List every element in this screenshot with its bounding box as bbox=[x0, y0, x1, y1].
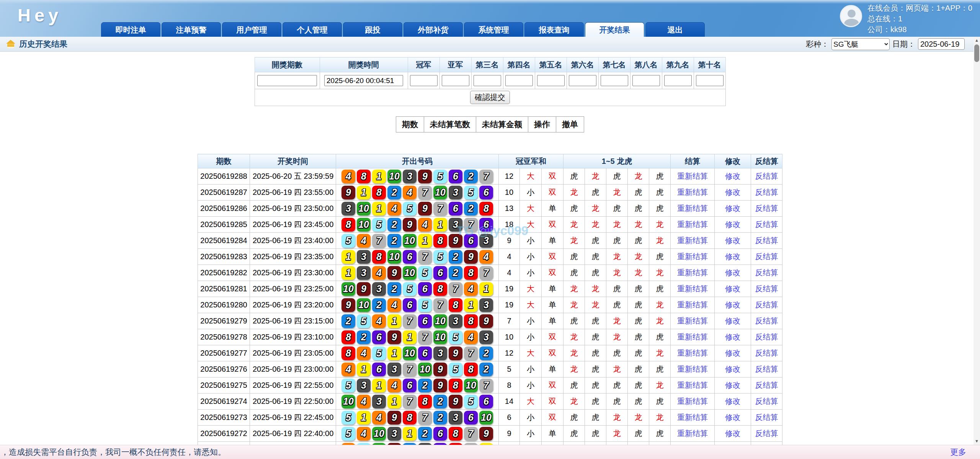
form-rank-input-10[interactable] bbox=[696, 75, 724, 86]
settle-link[interactable]: 重新结算 bbox=[677, 220, 708, 229]
settle-link[interactable]: 重新结算 bbox=[677, 236, 708, 245]
modify-link[interactable]: 修改 bbox=[725, 268, 740, 277]
nav-tab[interactable]: 报表查询 bbox=[524, 22, 584, 37]
modify-link[interactable]: 修改 bbox=[725, 413, 740, 421]
modify-link[interactable]: 修改 bbox=[725, 301, 740, 309]
size-cell: 小 bbox=[519, 233, 541, 249]
reverse-link[interactable]: 反结算 bbox=[755, 220, 778, 229]
reverse-link[interactable]: 反结算 bbox=[755, 172, 778, 180]
nav-tab[interactable]: 退出 bbox=[645, 22, 705, 37]
modify-link[interactable]: 修改 bbox=[725, 381, 740, 389]
scrollbar-thumb[interactable] bbox=[974, 44, 979, 62]
form-period-input[interactable] bbox=[257, 75, 317, 86]
reverse-link[interactable]: 反结算 bbox=[755, 397, 778, 405]
modify-link[interactable]: 修改 bbox=[725, 204, 740, 212]
form-time-input-cell bbox=[320, 72, 408, 89]
reverse-link[interactable]: 反结算 bbox=[755, 349, 778, 357]
size-cell: 小 bbox=[519, 249, 541, 265]
nav-tab[interactable]: 注单预警 bbox=[162, 22, 221, 37]
settle-link[interactable]: 重新结算 bbox=[677, 413, 708, 421]
settle-link[interactable]: 重新结算 bbox=[677, 349, 708, 357]
modify-link[interactable]: 修改 bbox=[725, 284, 740, 293]
reverse-link[interactable]: 反结算 bbox=[755, 301, 778, 309]
result-row: 202506192802025-06-19 四 23:20:0091024657… bbox=[198, 297, 782, 313]
settle-link[interactable]: 重新结算 bbox=[677, 317, 708, 325]
number-ball: 4 bbox=[464, 282, 478, 296]
vertical-scrollbar[interactable]: ▲ ▼ bbox=[973, 37, 980, 445]
modify-link[interactable]: 修改 bbox=[725, 220, 740, 229]
form-rank-input-2[interactable] bbox=[442, 75, 469, 86]
modify-link[interactable]: 修改 bbox=[725, 236, 740, 245]
nav-tab[interactable]: 跟投 bbox=[343, 22, 402, 37]
col-settle: 结算 bbox=[671, 154, 715, 168]
modify-link-cell: 修改 bbox=[715, 217, 751, 233]
reverse-link[interactable]: 反结算 bbox=[755, 381, 778, 389]
modify-link[interactable]: 修改 bbox=[725, 317, 740, 325]
modify-link[interactable]: 修改 bbox=[725, 365, 740, 373]
modify-link-cell: 修改 bbox=[715, 345, 751, 361]
form-time-input[interactable] bbox=[324, 75, 403, 86]
modify-link[interactable]: 修改 bbox=[725, 429, 740, 438]
modify-link[interactable]: 修改 bbox=[725, 333, 740, 341]
company-text: 公司：kk98 bbox=[867, 24, 972, 35]
reverse-link[interactable]: 反结算 bbox=[755, 413, 778, 421]
lottery-select[interactable]: SG飞艇 bbox=[831, 38, 890, 50]
settle-link[interactable]: 重新结算 bbox=[677, 172, 708, 180]
reverse-link[interactable]: 反结算 bbox=[755, 317, 778, 325]
date-input[interactable] bbox=[918, 38, 965, 50]
modify-link[interactable]: 修改 bbox=[725, 188, 740, 196]
nav-tab[interactable]: 用户管理 bbox=[222, 22, 281, 37]
reverse-link[interactable]: 反结算 bbox=[755, 188, 778, 196]
nav-tab[interactable]: 外部补货 bbox=[403, 22, 463, 37]
reverse-link[interactable]: 反结算 bbox=[755, 236, 778, 245]
modify-link[interactable]: 修改 bbox=[725, 252, 740, 261]
settle-link[interactable]: 重新结算 bbox=[677, 204, 708, 212]
reverse-link[interactable]: 反结算 bbox=[755, 252, 778, 261]
form-rank-input-7[interactable] bbox=[601, 75, 628, 86]
reverse-link[interactable]: 反结算 bbox=[755, 333, 778, 341]
modify-link[interactable]: 修改 bbox=[725, 172, 740, 180]
reverse-link[interactable]: 反结算 bbox=[755, 429, 778, 438]
period-cell: 20250619288 bbox=[198, 168, 250, 185]
scroll-up-icon[interactable]: ▲ bbox=[973, 37, 980, 44]
settle-link[interactable]: 重新结算 bbox=[677, 301, 708, 309]
settle-link[interactable]: 重新结算 bbox=[677, 381, 708, 389]
reverse-link[interactable]: 反结算 bbox=[755, 365, 778, 373]
nav-tab[interactable]: 个人管理 bbox=[283, 22, 342, 37]
number-ball: 2 bbox=[449, 266, 462, 280]
reverse-link[interactable]: 反结算 bbox=[755, 204, 778, 212]
number-ball: 4 bbox=[418, 218, 432, 232]
form-rank-input-1[interactable] bbox=[410, 75, 438, 86]
size-cell: 大 bbox=[519, 394, 541, 410]
settle-link[interactable]: 重新结算 bbox=[677, 284, 708, 293]
settle-link[interactable]: 重新结算 bbox=[677, 429, 708, 438]
form-rank-input-5[interactable] bbox=[537, 75, 565, 86]
settle-link[interactable]: 重新结算 bbox=[677, 252, 708, 261]
settle-link[interactable]: 重新结算 bbox=[677, 268, 708, 277]
nav-tab[interactable]: 系统管理 bbox=[464, 22, 523, 37]
number-ball: 7 bbox=[479, 379, 493, 392]
number-ball: 3 bbox=[449, 411, 462, 425]
dragon-tiger-cell: 虎 bbox=[606, 345, 627, 361]
balls-cell: 82691710543 bbox=[336, 329, 498, 345]
form-rank-input-9[interactable] bbox=[664, 75, 692, 86]
settle-link[interactable]: 重新结算 bbox=[677, 333, 708, 341]
settle-link[interactable]: 重新结算 bbox=[677, 397, 708, 405]
modify-link[interactable]: 修改 bbox=[725, 349, 740, 357]
settle-link[interactable]: 重新结算 bbox=[677, 188, 708, 196]
form-rank-input-8[interactable] bbox=[632, 75, 660, 86]
confirm-submit-button[interactable]: 確認提交 bbox=[470, 91, 510, 104]
nav-tab[interactable]: 开奖结果 bbox=[585, 22, 644, 37]
settle-link[interactable]: 重新结算 bbox=[677, 365, 708, 373]
parity-cell: 单 bbox=[541, 297, 563, 313]
reverse-link[interactable]: 反结算 bbox=[755, 268, 778, 277]
modify-link[interactable]: 修改 bbox=[725, 397, 740, 405]
scroll-down-icon[interactable]: ▼ bbox=[973, 438, 980, 444]
more-link[interactable]: 更多 bbox=[950, 447, 966, 457]
form-rank-input-4[interactable] bbox=[505, 75, 533, 86]
nav-tab[interactable]: 即时注单 bbox=[101, 22, 160, 37]
form-rank-input-6[interactable] bbox=[569, 75, 596, 86]
form-rank-input-3[interactable] bbox=[474, 75, 501, 86]
reverse-link[interactable]: 反结算 bbox=[755, 284, 778, 293]
dragon-tiger-cell: 龙 bbox=[627, 168, 649, 185]
